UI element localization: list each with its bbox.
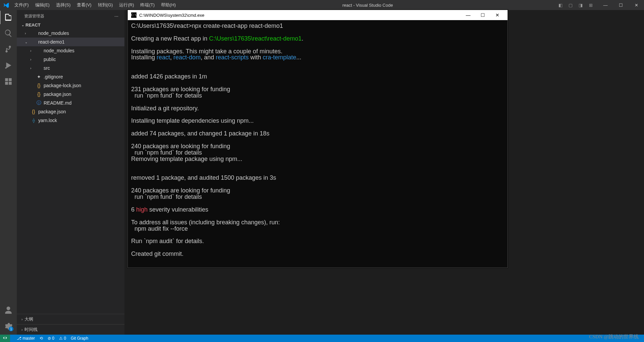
activity-account-icon[interactable] xyxy=(4,306,13,315)
tree-folder[interactable]: ⌄react-demo1 xyxy=(17,38,124,46)
sidebar-title: 资源管理器 xyxy=(24,13,44,19)
menu-item[interactable]: 文件(F) xyxy=(12,1,32,9)
menu-item[interactable]: 编辑(E) xyxy=(33,1,52,9)
tree-folder[interactable]: ›node_modules xyxy=(17,29,124,38)
timeline-panel[interactable]: › 时间线 xyxy=(17,324,124,335)
timeline-label: 时间线 xyxy=(24,327,38,333)
layout-controls: ◧ ▢ ◨ ⊞ xyxy=(557,3,594,8)
menu-item[interactable]: 选择(S) xyxy=(53,1,73,9)
tree-label: public xyxy=(44,57,56,62)
git-branch[interactable]: ⎇ master xyxy=(17,336,35,341)
menu-item[interactable]: 帮助(H) xyxy=(158,1,178,9)
panel-right-icon[interactable]: ◨ xyxy=(577,3,584,8)
tree-folder[interactable]: ›public xyxy=(17,55,124,64)
term-text: To address all issues (including breakin… xyxy=(131,219,280,226)
menu-item[interactable]: 运行(R) xyxy=(116,1,137,9)
settings-badge: 1 xyxy=(9,327,13,331)
term-text: run `npm fund` for details xyxy=(131,193,202,200)
close-icon[interactable]: ✕ xyxy=(629,3,644,8)
vscode-logo-icon xyxy=(0,2,12,8)
menu-item[interactable]: 终端(T) xyxy=(138,1,157,9)
cmd-window: C:\ C:\WINDOWS\system32\cmd.exe ― ☐ ✕ C:… xyxy=(127,10,508,268)
term-text: 240 packages are looking for funding xyxy=(131,187,230,194)
activity-debug-icon[interactable] xyxy=(4,61,13,70)
term-text: 6 xyxy=(131,206,136,213)
warnings-count[interactable]: ⚠ 0 xyxy=(59,336,66,341)
panel-bottom-icon[interactable]: ▢ xyxy=(567,3,574,8)
minimize-icon[interactable]: ― xyxy=(598,3,613,8)
term-text: react-dom xyxy=(173,54,201,61)
term-text: high xyxy=(136,206,148,213)
errors-count[interactable]: ⊘ 0 xyxy=(48,336,54,341)
branch-name: master xyxy=(22,336,35,341)
tree-label: README.md xyxy=(44,100,71,106)
cmd-maximize-icon[interactable]: ☐ xyxy=(476,12,489,18)
activity-search-icon[interactable] xyxy=(4,29,13,38)
panel-left-icon[interactable]: ◧ xyxy=(557,3,564,8)
cmd-title-bar[interactable]: C:\ C:\WINDOWS\system32\cmd.exe ― ☐ ✕ xyxy=(128,10,507,20)
remote-indicator[interactable] xyxy=(0,335,10,342)
svg-point-0 xyxy=(5,67,6,68)
chevron-icon: › xyxy=(30,49,34,53)
chevron-right-icon: › xyxy=(21,318,22,321)
term-text: Installing template dependencies using n… xyxy=(131,117,254,124)
tree-file[interactable]: ⟠yarn.lock xyxy=(17,116,124,125)
tree-label: react-demo1 xyxy=(38,39,65,45)
layout-grid-icon[interactable]: ⊞ xyxy=(587,3,594,8)
window-controls: ― ☐ ✕ xyxy=(598,3,644,8)
tree-file[interactable]: ✦.gitignore xyxy=(17,72,124,81)
tree-file[interactable]: {}package.json xyxy=(17,90,124,99)
menu-item[interactable]: 转到(G) xyxy=(95,1,116,9)
outline-panel[interactable]: › 大纲 xyxy=(17,314,124,324)
sidebar-root[interactable]: ⌄ REACT xyxy=(17,21,124,29)
term-text: added 1426 packages in 1m xyxy=(131,73,207,80)
term-text: cra-template xyxy=(263,54,296,61)
term-text: npm audit fix --force xyxy=(131,225,188,232)
tree-file[interactable]: ⓘREADME.md xyxy=(17,99,124,107)
activity-explorer-icon[interactable] xyxy=(4,13,13,21)
tree-folder[interactable]: ›node_modules xyxy=(17,46,124,55)
chevron-icon: › xyxy=(25,32,29,35)
cmd-icon: C:\ xyxy=(131,12,137,18)
title-bar: 文件(F)编辑(E)选择(S)查看(V)转到(G)运行(R)终端(T)帮助(H)… xyxy=(0,0,644,10)
file-tree: ›node_modules⌄react-demo1›node_modules›p… xyxy=(17,29,124,314)
term-text: Installing packages. This might take a c… xyxy=(131,48,282,55)
outline-label: 大纲 xyxy=(24,316,33,322)
sidebar-more-icon[interactable]: ⋯ xyxy=(114,14,118,19)
tree-label: package-lock.json xyxy=(44,83,81,88)
term-text: removed 1 package, and audited 1500 pack… xyxy=(131,174,276,181)
term-text: severity vulnerabilities xyxy=(148,206,208,213)
chevron-icon: › xyxy=(30,58,34,61)
window-title: react - Visual Studio Code xyxy=(178,3,557,8)
chevron-right-icon: › xyxy=(21,328,22,332)
activity-settings-icon[interactable]: 1 xyxy=(4,322,13,331)
cmd-output[interactable]: C:\Users\17635\react>npx create-react-ap… xyxy=(128,20,507,268)
maximize-icon[interactable]: ☐ xyxy=(613,3,629,8)
cmd-minimize-icon[interactable]: ― xyxy=(462,12,475,18)
chevron-icon: ⌄ xyxy=(25,40,29,44)
tree-file[interactable]: {}package-lock.json xyxy=(17,81,124,90)
activity-git-icon[interactable] xyxy=(4,45,13,54)
tree-folder[interactable]: ›src xyxy=(17,64,124,72)
explorer-sidebar: 资源管理器 ⋯ ⌄ REACT ›node_modules⌄react-demo… xyxy=(17,10,124,335)
activity-bar: 1 xyxy=(0,10,17,335)
term-text: Removing template package using npm... xyxy=(131,156,242,162)
chevron-icon: › xyxy=(30,66,34,70)
sync-icon[interactable]: ⟲ xyxy=(40,336,43,341)
cmd-close-icon[interactable]: ✕ xyxy=(491,12,504,18)
file-icon: ✦ xyxy=(36,74,42,79)
menu-item[interactable]: 查看(V) xyxy=(74,1,94,9)
file-icon: {} xyxy=(36,92,42,97)
tree-label: yarn.lock xyxy=(38,118,57,123)
term-text: with xyxy=(249,54,263,61)
file-icon: {} xyxy=(36,83,42,88)
term-text: react xyxy=(157,54,170,61)
term-text: C:\Users\17635\react\react-demo1 xyxy=(209,35,302,42)
git-graph[interactable]: Git Graph xyxy=(71,336,88,341)
file-icon: ⓘ xyxy=(36,100,42,106)
term-text: 240 packages are looking for funding xyxy=(131,143,230,150)
tree-label: src xyxy=(44,65,50,71)
term-text: Run `npm audit` for details. xyxy=(131,238,204,244)
tree-file[interactable]: {}package.json xyxy=(17,107,124,116)
activity-extensions-icon[interactable] xyxy=(4,77,13,86)
